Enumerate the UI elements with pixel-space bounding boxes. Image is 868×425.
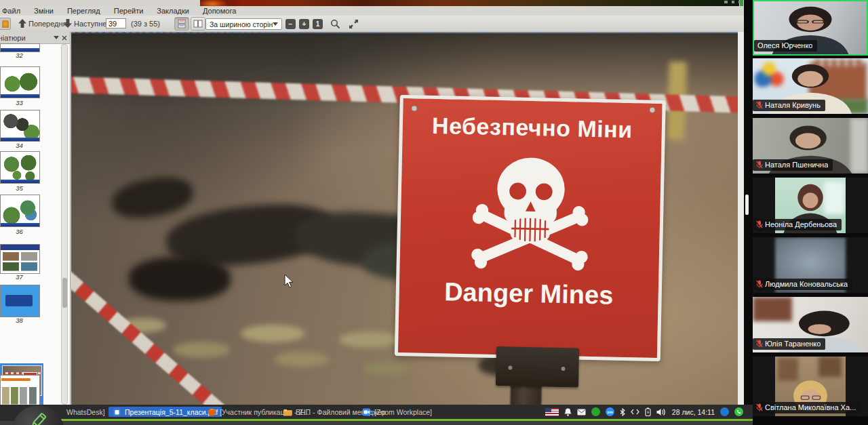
network-arrows-icon[interactable] <box>631 409 639 415</box>
participant-name-chip: Олеся Юрченко <box>754 40 817 52</box>
participant-video[interactable]: Наталя Кривунь <box>753 58 868 114</box>
mic-off-icon <box>756 101 763 109</box>
menu-edit[interactable]: Зміни <box>27 7 60 15</box>
phone-tray-icon[interactable] <box>734 407 743 416</box>
zoom-in-button[interactable]: + <box>299 19 309 29</box>
debris <box>109 172 196 223</box>
battery-icon[interactable] <box>645 407 651 416</box>
menu-go[interactable]: Перейти <box>107 7 151 15</box>
mine <box>339 331 400 348</box>
thumb-num: 33 <box>0 99 39 106</box>
thumb-num: 38 <box>0 317 39 324</box>
hand-tool-icon <box>2 20 9 28</box>
participant-name-chip: Неоніла Дербеньова <box>753 219 842 230</box>
keyboard-layout-flag-icon[interactable] <box>545 408 559 416</box>
thumbnail-page-38[interactable] <box>0 285 40 317</box>
facing-pages-icon <box>193 19 203 28</box>
participant-name-chip: Наталя Кривунь <box>753 100 825 111</box>
pdf-page-view[interactable]: Небезпечно Міни <box>71 32 738 406</box>
taskbar-item-zoom[interactable]: [Zoom Workplace] <box>358 407 436 417</box>
participant-video[interactable]: Людмила Коновальська <box>753 237 868 293</box>
thumb-num: 34 <box>0 142 39 149</box>
sign-clamp <box>496 346 579 388</box>
thumbnails-panel: Мініатюри 32 33 34 35 36 37 38 <box>0 32 71 405</box>
volume-icon[interactable] <box>656 408 667 416</box>
thumbnail-page-40[interactable] <box>0 375 40 406</box>
thumbnail-page-35[interactable] <box>0 151 40 184</box>
close-icon[interactable] <box>62 35 67 41</box>
messenger-tray-icon[interactable] <box>591 407 600 416</box>
participant-name-chip: Світлана Миколаївна Ха... <box>753 402 861 413</box>
desktop: Файл Зміни Перегляд Перейти Закладки Доп… <box>0 0 868 425</box>
participant-name-chip: Наталя Пшенична <box>753 159 833 171</box>
zoom-out-button[interactable]: − <box>285 19 296 29</box>
participant-video[interactable]: Юлія Тараненко <box>753 297 868 352</box>
mine <box>173 342 231 358</box>
mic-off-icon <box>756 220 763 228</box>
system-tray: zm 28 лис, 14:11 <box>545 406 743 418</box>
thumbnail-page-34[interactable] <box>0 110 40 142</box>
arrow-up-icon[interactable] <box>18 19 26 28</box>
single-page-icon <box>177 19 186 28</box>
facing-pages-view-button[interactable] <box>191 17 205 31</box>
arrow-down-icon[interactable] <box>64 19 72 28</box>
search-icon[interactable] <box>330 19 340 29</box>
fullscreen-icon[interactable] <box>349 19 359 29</box>
mic-off-icon <box>756 280 763 288</box>
browse-tool-button[interactable] <box>0 18 11 30</box>
chevron-down-icon <box>273 22 278 26</box>
actual-size-button[interactable]: 1 <box>313 19 323 29</box>
mine <box>275 352 329 367</box>
clock[interactable]: 28 лис, 14:11 <box>672 408 715 416</box>
telegram-tray-icon[interactable] <box>720 407 729 416</box>
participant-video[interactable]: Олеся Юрченко <box>753 0 868 56</box>
skull-crossbones-icon <box>467 142 594 278</box>
taskbar-item-whatsdesk[interactable]: WhatsDesk] <box>62 407 109 417</box>
menu-file[interactable]: Файл <box>0 7 27 15</box>
menu-help[interactable]: Допомога <box>196 7 243 15</box>
single-page-view-button[interactable] <box>174 17 189 31</box>
page-number-input[interactable] <box>106 18 126 28</box>
page-total-label: (39 з 55) <box>131 20 160 28</box>
thumb-num: 37 <box>0 273 39 281</box>
participant-video[interactable]: Неоніла Дербеньова <box>753 178 868 233</box>
debris <box>129 257 231 301</box>
mic-off-icon <box>756 340 763 348</box>
mic-off-icon <box>756 161 763 169</box>
folder-icon <box>283 408 292 416</box>
zoom-mode-select[interactable]: За шириною сторінки <box>205 18 282 30</box>
participant-video[interactable]: Наталя Пшенична <box>753 118 868 174</box>
sidebar-scrollbar-handle[interactable] <box>62 278 67 308</box>
thumbnail-page-36[interactable] <box>0 195 40 227</box>
thumbnail-page-33[interactable] <box>0 66 40 98</box>
sidebar-scrollbar[interactable] <box>61 44 68 405</box>
zoom-participants-panel: Олеся Юрченко Натал <box>744 0 868 425</box>
thumb-num: 36 <box>0 228 39 235</box>
pencil-icon <box>26 410 50 425</box>
mine <box>241 325 305 342</box>
toolbar: Попередня Наступне (39 з 55) За шириною … <box>0 16 744 33</box>
notifications-bell-icon[interactable] <box>564 408 572 416</box>
menu-bookmarks[interactable]: Закладки <box>150 7 196 15</box>
zoom-panel-scrollbar-handle[interactable] <box>745 195 749 215</box>
participant-name-chip: Людмила Коновальська <box>753 279 852 290</box>
mail-icon[interactable] <box>577 409 586 416</box>
thumb-num: 32 <box>0 52 39 59</box>
mouse-cursor <box>284 275 294 288</box>
danger-sign: Небезпечно Міни <box>393 95 666 406</box>
firefox-icon <box>208 408 216 416</box>
previous-page-button[interactable]: Попередня <box>28 20 67 28</box>
sign-subtitle: Danger Mines <box>399 277 658 311</box>
thumbnail-page-37[interactable] <box>0 244 40 274</box>
pdf-app-icon <box>113 408 121 416</box>
sign-title: Небезпечно Міни <box>403 112 663 144</box>
participant-name-chip: Юлія Тараненко <box>753 338 825 350</box>
menu-view[interactable]: Перегляд <box>60 7 107 15</box>
bluetooth-icon[interactable] <box>620 408 625 416</box>
taskbar: WhatsDesk] Презентація_5-11_класи.pdf [У… <box>0 405 753 425</box>
next-page-button[interactable]: Наступне <box>74 20 106 28</box>
participant-video[interactable]: Світлана Миколаївна Ха... <box>753 357 868 416</box>
menubar: Файл Зміни Перегляд Перейти Закладки Доп… <box>0 6 744 16</box>
panel-dropdown-icon[interactable] <box>54 36 59 39</box>
zoom-tray-icon[interactable]: zm <box>606 407 614 416</box>
